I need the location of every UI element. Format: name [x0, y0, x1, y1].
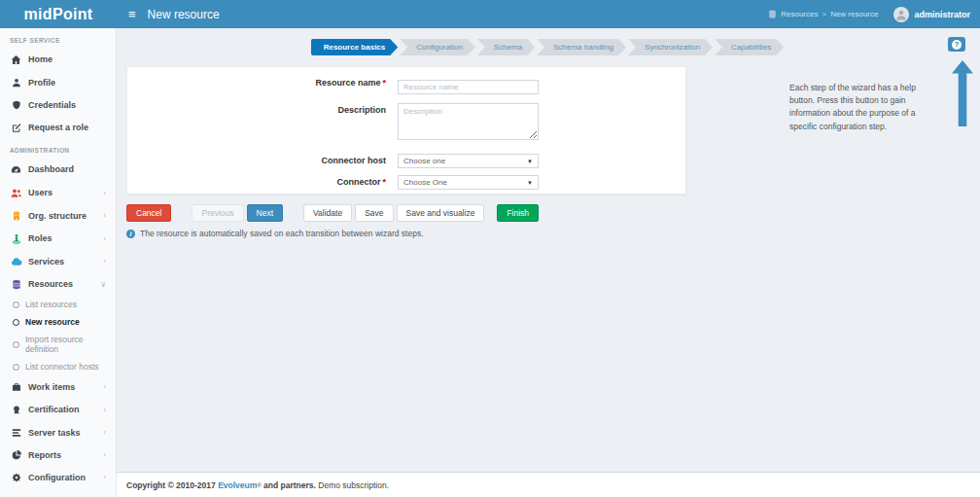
cancel-button[interactable]: Cancel — [126, 204, 171, 222]
sidebar-item-label: Org. structure — [28, 211, 87, 221]
header-right: Resources > New resource administrator — [768, 7, 980, 22]
resource-name-input[interactable] — [398, 80, 539, 94]
validate-button[interactable]: Validate — [303, 204, 352, 222]
sidebar-item-label: Home — [28, 54, 52, 64]
sidebar-item-certification[interactable]: Certification ‹ — [0, 398, 116, 421]
arrow-up-icon — [952, 60, 973, 126]
breadcrumb: Resources > New resource — [768, 10, 878, 18]
sidebar-item-label: Users — [28, 188, 52, 197]
app-logo[interactable]: midPoint — [0, 6, 117, 23]
resource-basics-form-panel: Resource name* Description Connector hos… — [126, 66, 686, 195]
circle-icon — [13, 319, 19, 326]
breadcrumb-current: New resource — [830, 10, 878, 18]
resource-name-label: Resource name* — [127, 76, 398, 90]
submenu-item-list-connector-hosts[interactable]: List connector hosts — [0, 358, 116, 375]
sidebar-item-org-structure[interactable]: Org. structure ‹ — [0, 204, 116, 227]
sidebar-item-credentials[interactable]: Credentials — [0, 93, 116, 116]
sidebar-item-label: Request a role — [28, 123, 88, 132]
sidebar-item-home[interactable]: Home — [0, 48, 116, 71]
submenu-item-label: Import resource definition — [25, 335, 108, 354]
wizard-step-schema[interactable]: Schema — [477, 39, 535, 55]
sidebar-item-configuration[interactable]: Configuration ‹ — [0, 466, 116, 488]
sidebar-item-request-a-role[interactable]: Request a role — [0, 116, 116, 138]
sidebar-item-label: Credentials — [28, 100, 76, 110]
username: administrator — [914, 10, 970, 19]
street-view-icon — [10, 233, 22, 244]
top-header: midPoint ≡ New resource Resources > New … — [0, 0, 980, 28]
section-self-service: SELF SERVICE — [0, 28, 116, 48]
sidebar-item-label: Dashboard — [28, 164, 74, 174]
edit-icon — [10, 123, 22, 132]
chevron-left-icon: ‹ — [103, 257, 108, 266]
save-and-visualize-button[interactable]: Save and visualize — [397, 204, 485, 222]
submenu-item-label: New resource — [25, 317, 80, 327]
previous-button[interactable]: Previous — [192, 204, 243, 222]
chevron-left-icon: ‹ — [103, 428, 108, 437]
chevron-left-icon: ‹ — [103, 211, 108, 220]
wizard-step-synchronization[interactable]: Synchronization — [628, 39, 713, 55]
sidebar-item-server-tasks[interactable]: Server tasks ‹ — [0, 421, 116, 444]
sidebar-item-services[interactable]: Services ‹ — [0, 250, 116, 272]
database-icon — [10, 279, 22, 290]
sidebar-item-label: Server tasks — [28, 428, 81, 438]
main-content: Resource basics Configuration Schema Sch… — [117, 28, 980, 497]
connector-host-label: Connector host — [127, 154, 398, 168]
user-icon — [10, 78, 22, 88]
briefcase-icon — [10, 382, 22, 392]
label-text: Resource name — [315, 78, 380, 88]
chevron-left-icon: ‹ — [103, 234, 108, 243]
sidebar-item-label: Reports — [28, 450, 61, 460]
form-row-connector-host: Connector host Choose one ▼ — [127, 154, 685, 168]
connector-select[interactable]: Choose One ▼ — [398, 175, 539, 190]
database-icon — [768, 10, 777, 18]
user-menu[interactable]: administrator — [893, 7, 970, 22]
sidebar-item-label: Work items — [28, 382, 75, 392]
selected-value: Choose One — [403, 178, 447, 187]
save-button[interactable]: Save — [355, 204, 393, 222]
dropdown-caret-icon: ▼ — [527, 180, 533, 186]
demo-subscription-text: Demo subscription. — [316, 480, 389, 490]
breadcrumb-section[interactable]: Resources — [781, 10, 818, 18]
connector-label: Connector* — [127, 175, 398, 190]
help-hint-text: Each step of the wizard has a help butto… — [789, 82, 935, 133]
sidebar-item-profile[interactable]: Profile — [0, 71, 116, 93]
wizard-step-capabilities[interactable]: Capabilities — [715, 39, 784, 55]
wizard-step-configuration[interactable]: Configuration — [400, 39, 475, 55]
circle-icon — [13, 364, 19, 371]
chevron-left-icon: ‹ — [103, 189, 108, 197]
sidebar-item-label: Configuration — [28, 473, 86, 482]
required-asterisk: * — [382, 177, 386, 187]
sidebar-item-users[interactable]: Users ‹ — [0, 181, 116, 204]
info-icon: i — [126, 230, 135, 238]
form-row-connector: Connector* Choose One ▼ — [127, 175, 685, 190]
connector-host-select[interactable]: Choose one ▼ — [398, 154, 539, 168]
section-administration: ADMINISTRATION — [0, 138, 116, 158]
label-text: Description — [337, 105, 386, 115]
sidebar-item-label: Certification — [28, 405, 80, 414]
chevron-left-icon: ‹ — [103, 406, 108, 414]
gear-icon — [10, 473, 22, 482]
next-button[interactable]: Next — [247, 204, 283, 222]
sidebar-item-roles[interactable]: Roles ‹ — [0, 227, 116, 250]
submenu-item-list-resources[interactable]: List resources — [0, 296, 116, 313]
finish-button[interactable]: Finish — [497, 204, 539, 222]
circle-icon — [13, 302, 19, 308]
label-text: Connector — [336, 177, 380, 187]
description-label: Description — [127, 103, 398, 118]
form-row-resource-name: Resource name* — [127, 76, 685, 94]
sidebar-item-resources[interactable]: Resources ∨ — [0, 272, 116, 296]
help-button[interactable]: ? — [948, 37, 965, 52]
evolveum-link[interactable]: Evolveum — [218, 480, 257, 490]
hamburger-menu-icon[interactable]: ≡ — [117, 0, 148, 28]
sidebar-item-work-items[interactable]: Work items ‹ — [0, 375, 116, 398]
chevron-down-icon: ∨ — [100, 280, 108, 289]
submenu-item-new-resource[interactable]: New resource — [0, 313, 116, 331]
sidebar-item-dashboard[interactable]: Dashboard — [0, 158, 116, 181]
dashboard-icon — [10, 164, 22, 175]
chevron-left-icon: ‹ — [103, 473, 108, 481]
wizard-step-resource-basics[interactable]: Resource basics — [311, 39, 399, 55]
wizard-step-schema-handling[interactable]: Schema handling — [537, 39, 626, 55]
sidebar-item-reports[interactable]: Reports ‹ — [0, 444, 116, 466]
submenu-item-import-resource-definition[interactable]: Import resource definition — [0, 331, 116, 358]
description-textarea[interactable] — [398, 103, 539, 140]
